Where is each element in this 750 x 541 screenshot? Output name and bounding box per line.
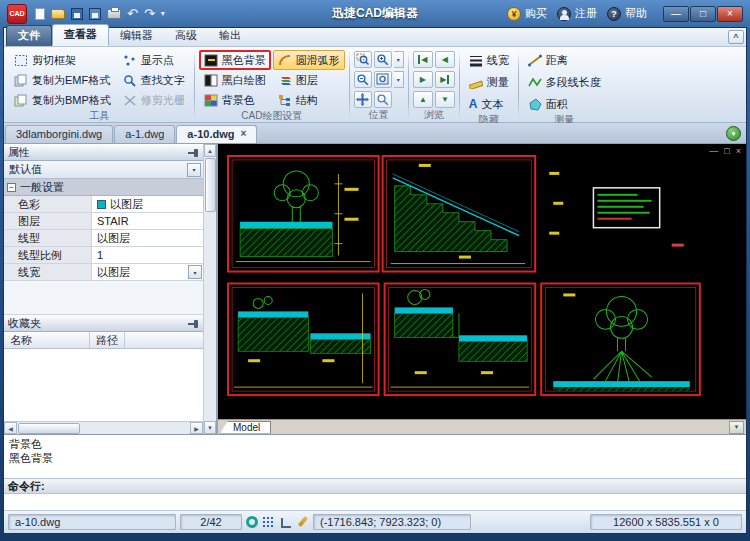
scroll-down-icon[interactable]: ▼ <box>204 421 216 434</box>
zoom-previous-button[interactable] <box>374 91 392 108</box>
bw-drawing-button[interactable]: 黑白绘图 <box>199 70 271 90</box>
doc-tab-a-1[interactable]: a-1.dwg <box>114 125 175 143</box>
structure-button[interactable]: 结构 <box>273 90 345 110</box>
vertical-scrollbar[interactable]: ▲ ▼ <box>203 144 216 434</box>
smooth-arc-button[interactable]: 圆滑弧形 <box>273 50 345 70</box>
undo-icon[interactable]: ↶ <box>127 7 138 20</box>
window-title: 迅捷CAD编辑器 <box>332 5 418 22</box>
pin-icon[interactable] <box>188 147 199 158</box>
close-button[interactable]: × <box>717 6 743 22</box>
canvas-close-icon[interactable]: × <box>736 146 741 156</box>
show-points-button[interactable]: 显示点 <box>118 50 190 70</box>
scroll-right-icon[interactable]: ▶ <box>190 422 203 434</box>
layout-dropdown-icon[interactable]: ▼ <box>729 421 744 434</box>
property-row-linetype[interactable]: 线型 以图层 <box>4 230 203 247</box>
zoom-in-button[interactable] <box>374 51 392 68</box>
redo-icon[interactable]: ↷ <box>144 7 155 20</box>
open-file-icon[interactable] <box>51 9 65 19</box>
property-value: 1 <box>97 249 103 261</box>
doc-tab-a-10[interactable]: a-10.dwg × <box>176 125 257 143</box>
tab-output[interactable]: 输出 <box>208 26 252 46</box>
lineweight-dropdown-icon[interactable]: ▾ <box>188 265 202 279</box>
last-page-button[interactable]: ▶ <box>435 71 455 88</box>
scroll-up-icon[interactable]: ▲ <box>204 144 216 157</box>
drawing-canvas: — □ × Model ▼ <box>218 144 746 434</box>
property-row-color[interactable]: 色彩 以图层 <box>4 196 203 213</box>
property-row-layer[interactable]: 图层 STAIR <box>4 213 203 230</box>
command-history[interactable]: 背景色 黑色背景 <box>4 434 746 478</box>
next-view-button[interactable]: ▼ <box>435 91 455 108</box>
save-as-icon[interactable] <box>89 8 101 20</box>
zoom-extents-button[interactable] <box>374 71 392 88</box>
previous-view-button[interactable]: ▲ <box>413 91 433 108</box>
command-input[interactable] <box>4 494 746 511</box>
favorites-title: 收藏夹 <box>8 316 41 331</box>
find-text-button[interactable]: 查找文字 <box>118 70 190 90</box>
dropdown-icon[interactable]: ▾ <box>187 163 201 177</box>
copy-bmp-button[interactable]: 复制为BMP格式 <box>9 90 116 110</box>
property-value: 以图层 <box>97 265 130 280</box>
canvas-minimize-icon[interactable]: — <box>709 146 718 156</box>
help-button[interactable]: ? 帮助 <box>607 6 647 21</box>
buy-button[interactable]: ¥ 购买 <box>507 6 547 21</box>
horizontal-scrollbar[interactable]: ◀ ▶ <box>4 421 203 434</box>
canvas-restore-icon[interactable]: □ <box>724 146 729 156</box>
collapse-icon[interactable]: − <box>7 183 16 192</box>
model-tab[interactable]: Model <box>220 421 271 434</box>
qat-dropdown-icon[interactable]: ▾ <box>161 7 165 20</box>
drawing-viewport[interactable]: — □ × <box>218 144 746 419</box>
draw-mode-icon[interactable] <box>296 516 309 529</box>
print-icon[interactable] <box>107 9 121 19</box>
maximize-button[interactable]: □ <box>690 6 716 22</box>
text-toggle-button[interactable]: A 文本 <box>464 94 509 114</box>
zoom-extents-dropdown[interactable]: ▾ <box>394 71 404 88</box>
measure-toggle-button[interactable]: 测量 <box>464 72 514 92</box>
zoom-window-button[interactable] <box>354 51 372 68</box>
scroll-left-icon[interactable]: ◀ <box>4 422 17 434</box>
layers-button[interactable]: 图层 <box>273 70 345 90</box>
background-color-button[interactable]: 背景色 <box>199 90 271 110</box>
cad-drawing[interactable] <box>218 144 746 419</box>
register-button[interactable]: 注册 <box>557 6 597 21</box>
minimize-button[interactable]: — <box>663 6 689 22</box>
column-name[interactable]: 名称 <box>4 332 90 348</box>
close-tab-icon[interactable]: × <box>240 129 246 139</box>
copy-emf-button[interactable]: 复制为EMF格式 <box>9 70 116 90</box>
black-background-icon <box>204 54 218 67</box>
property-row-lineweight[interactable]: 线宽 以图层▾ <box>4 264 203 281</box>
scrollbar-thumb[interactable] <box>205 158 216 212</box>
default-value-dropdown[interactable]: 默认值 ▾ <box>4 161 203 179</box>
tab-viewer[interactable]: 查看器 <box>52 24 109 46</box>
scrollbar-thumb[interactable] <box>18 423 80 434</box>
zoom-out-button[interactable] <box>354 71 372 88</box>
property-value: STAIR <box>97 215 129 227</box>
ribbon-collapse-button[interactable]: ^ <box>728 30 744 44</box>
clip-frame-button[interactable]: 剪切框架 <box>9 50 116 70</box>
tab-advanced[interactable]: 高级 <box>164 26 208 46</box>
tab-editor[interactable]: 编辑器 <box>109 26 164 46</box>
properties-section-general[interactable]: − 一般设置 <box>4 179 203 196</box>
detail-panel-5 <box>541 283 700 395</box>
distance-button[interactable]: 距离 <box>523 50 573 70</box>
save-icon[interactable] <box>71 8 83 20</box>
osnap-icon[interactable] <box>246 516 258 528</box>
previous-page-button[interactable]: ◀ <box>435 51 455 68</box>
panel-toggle-button[interactable]: ▾ <box>726 126 741 141</box>
grid-icon[interactable] <box>262 516 275 529</box>
black-background-button[interactable]: 黑色背景 <box>199 50 271 70</box>
favorites-list[interactable] <box>4 349 203 421</box>
area-button[interactable]: 面积 <box>523 94 573 114</box>
tab-file[interactable]: 文件 <box>6 25 52 46</box>
property-row-linetype-scale[interactable]: 线型比例 1 <box>4 247 203 264</box>
lineweight-toggle-button[interactable]: 线宽 <box>464 50 514 70</box>
column-path[interactable]: 路径 <box>90 332 125 348</box>
polyline-length-button[interactable]: 多段线长度 <box>523 72 606 92</box>
pan-button[interactable] <box>354 91 372 108</box>
doc-tab-3dlamborgini[interactable]: 3dlamborgini.dwg <box>5 125 113 143</box>
pin-icon[interactable] <box>188 318 199 329</box>
zoom-dropdown[interactable]: ▾ <box>394 51 404 68</box>
next-page-button[interactable]: ▶ <box>413 71 433 88</box>
first-page-button[interactable]: ◀ <box>413 51 433 68</box>
new-file-icon[interactable] <box>35 8 45 20</box>
ortho-icon[interactable] <box>279 516 292 529</box>
